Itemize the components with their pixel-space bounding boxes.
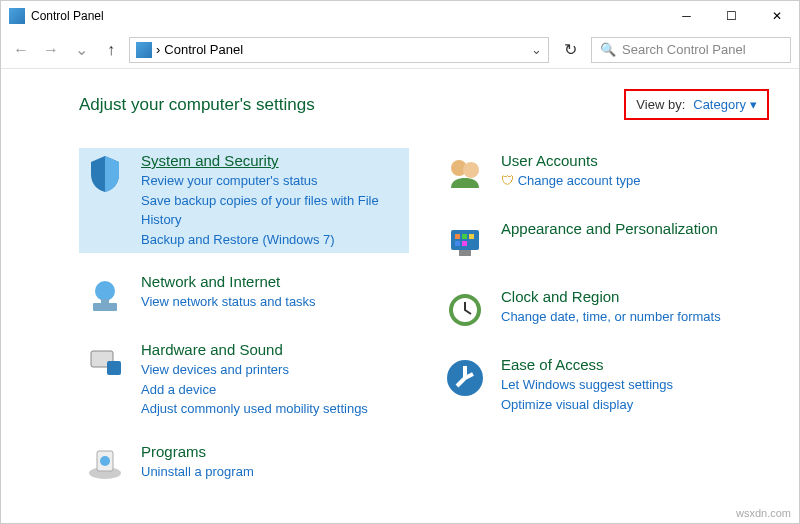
content-area: Adjust your computer's settings View by:… (1, 69, 799, 524)
category-programs[interactable]: Programs Uninstall a program (79, 439, 409, 491)
title-bar: Control Panel ─ ☐ ✕ (1, 1, 799, 31)
category-link[interactable]: View network status and tasks (141, 292, 405, 312)
back-button[interactable]: ← (9, 38, 33, 62)
svg-rect-2 (101, 299, 109, 305)
watermark: wsxdn.com (736, 507, 791, 519)
page-heading: Adjust your computer's settings (79, 95, 315, 115)
category-link[interactable]: Review your computer's status (141, 171, 405, 191)
shield-badge-icon: 🛡 (501, 173, 514, 188)
close-button[interactable]: ✕ (754, 1, 799, 31)
address-dropdown-icon[interactable]: ⌄ (531, 42, 542, 57)
refresh-button[interactable]: ↻ (555, 37, 585, 63)
forward-button[interactable]: → (39, 38, 63, 62)
category-link[interactable]: 🛡 Change account type (501, 171, 765, 191)
svg-rect-15 (462, 241, 467, 246)
address-bar[interactable]: › Control Panel ⌄ (129, 37, 549, 63)
programs-icon (83, 443, 127, 487)
svg-point-7 (100, 456, 110, 466)
breadcrumb-item[interactable]: Control Panel (164, 42, 243, 57)
category-link[interactable]: Change date, time, or number formats (501, 307, 765, 327)
category-title[interactable]: System and Security (141, 152, 405, 169)
appearance-icon (443, 220, 487, 264)
category-system-security[interactable]: System and Security Review your computer… (79, 148, 409, 253)
ease-of-access-icon (443, 356, 487, 400)
svg-rect-16 (459, 250, 471, 256)
view-by-control[interactable]: View by: Category ▾ (624, 89, 769, 120)
control-panel-icon (136, 42, 152, 58)
category-title[interactable]: Programs (141, 443, 405, 460)
recent-locations-button[interactable]: ⌄ (69, 38, 93, 62)
svg-rect-11 (455, 234, 460, 239)
category-link[interactable]: Backup and Restore (Windows 7) (141, 230, 405, 250)
category-title[interactable]: User Accounts (501, 152, 765, 169)
network-icon (83, 273, 127, 317)
breadcrumb-separator: › (156, 42, 160, 57)
hardware-icon (83, 341, 127, 385)
category-title[interactable]: Hardware and Sound (141, 341, 405, 358)
category-link[interactable]: Let Windows suggest settings (501, 375, 765, 395)
category-link[interactable]: Adjust commonly used mobility settings (141, 399, 405, 419)
shield-icon (83, 152, 127, 196)
svg-point-0 (95, 281, 115, 301)
category-title[interactable]: Appearance and Personalization (501, 220, 765, 237)
svg-rect-14 (455, 241, 460, 246)
minimize-button[interactable]: ─ (664, 1, 709, 31)
category-title[interactable]: Clock and Region (501, 288, 765, 305)
search-placeholder: Search Control Panel (622, 42, 746, 57)
view-by-value: Category (693, 97, 746, 112)
category-link[interactable]: View devices and printers (141, 360, 405, 380)
category-title[interactable]: Network and Internet (141, 273, 405, 290)
user-accounts-icon (443, 152, 487, 196)
nav-bar: ← → ⌄ ↑ › Control Panel ⌄ ↻ 🔍 Search Con… (1, 31, 799, 69)
clock-icon (443, 288, 487, 332)
maximize-button[interactable]: ☐ (709, 1, 754, 31)
category-clock-region[interactable]: Clock and Region Change date, time, or n… (439, 284, 769, 336)
category-network-internet[interactable]: Network and Internet View network status… (79, 269, 409, 321)
app-icon (9, 8, 25, 24)
category-appearance[interactable]: Appearance and Personalization (439, 216, 769, 268)
category-title[interactable]: Ease of Access (501, 356, 765, 373)
up-button[interactable]: ↑ (99, 38, 123, 62)
chevron-down-icon: ▾ (750, 97, 757, 112)
window-title: Control Panel (31, 9, 104, 23)
category-link[interactable]: Optimize visual display (501, 395, 765, 415)
search-input[interactable]: 🔍 Search Control Panel (591, 37, 791, 63)
category-link[interactable]: Save backup copies of your files with Fi… (141, 191, 405, 230)
svg-rect-4 (107, 361, 121, 375)
category-user-accounts[interactable]: User Accounts 🛡 Change account type (439, 148, 769, 200)
category-hardware-sound[interactable]: Hardware and Sound View devices and prin… (79, 337, 409, 423)
view-by-label: View by: (636, 97, 685, 112)
svg-rect-13 (469, 234, 474, 239)
category-link[interactable]: Uninstall a program (141, 462, 405, 482)
search-icon: 🔍 (600, 42, 616, 57)
svg-rect-12 (462, 234, 467, 239)
svg-point-9 (463, 162, 479, 178)
svg-rect-10 (451, 230, 479, 250)
category-link[interactable]: Add a device (141, 380, 405, 400)
category-ease-of-access[interactable]: Ease of Access Let Windows suggest setti… (439, 352, 769, 418)
